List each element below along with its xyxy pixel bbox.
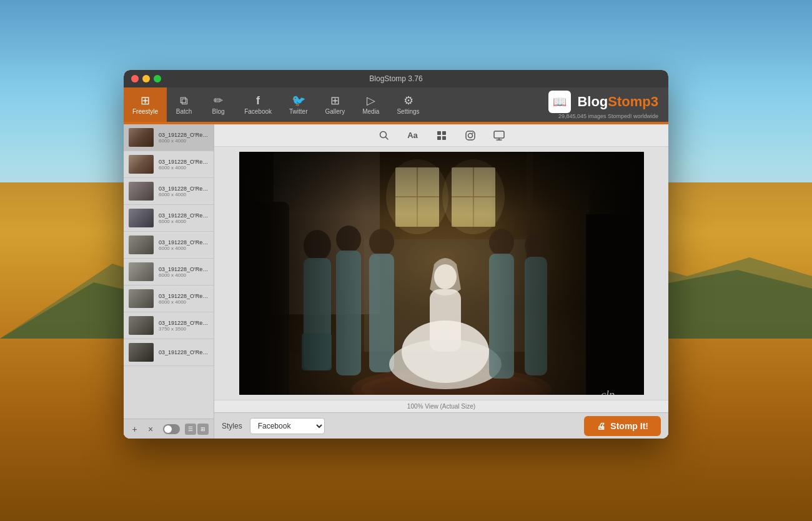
photo-size: 6000 x 4000	[159, 138, 209, 144]
window-title: BlogStomp 3.76	[369, 74, 422, 83]
photo-thumbnail	[129, 236, 154, 254]
styles-select[interactable]: Facebook Instagram Twitter Blog Custom	[250, 418, 325, 434]
logo-blog-text: Blog	[577, 94, 608, 109]
logo-badge: 📖	[548, 91, 571, 113]
photo-info: 03_191228_O'Reilly_... 6000 x 4000	[159, 132, 209, 144]
list-item[interactable]: 03_191228_O'Reilly_... 6000 x 4000	[124, 151, 214, 178]
blog-icon: ✏	[214, 95, 223, 106]
stomp-button-label: Stomp It!	[610, 421, 648, 431]
toolbar-item-batch[interactable]: ⧉ Batch	[167, 87, 201, 122]
logo-subtitle: 29,845,045 images Stomped! worldwide	[558, 113, 658, 119]
grid-tool[interactable]	[433, 127, 450, 144]
toolbar-item-twitter[interactable]: 🐦 Twitter	[280, 87, 316, 122]
fullscreen-button[interactable]	[154, 75, 161, 82]
list-item[interactable]: 03_191228_O'Reilly_... 6000 x 4000	[124, 178, 214, 205]
close-button[interactable]	[131, 75, 139, 82]
photo-thumbnail	[129, 262, 154, 281]
photo-name: 03_191228_O'Reilly_...	[159, 293, 209, 299]
list-item[interactable]: 03_191228_O'Reilly_... 6000 x 4000	[124, 285, 214, 312]
svg-line-3	[385, 137, 388, 139]
toolbar: ⊞ Freestyle ⧉ Batch ✏ Blog f Facebook 🐦 …	[124, 87, 668, 122]
photo-name: 03_191228_O'Reilly_...	[159, 239, 209, 246]
settings-icon: ⚙	[404, 95, 413, 106]
preview-area: Aa	[214, 124, 668, 439]
traffic-lights	[131, 75, 161, 82]
photo-thumbnail	[129, 316, 154, 335]
app-window: BlogStomp 3.76 ⊞ Freestyle ⧉ Batch ✏ Blo…	[124, 70, 668, 439]
preview-image-container: clp christinelynn.com	[214, 147, 668, 400]
photo-info: 03_191228_O'Reilly_... 6000 x 4000	[159, 266, 209, 278]
photo-name: 03_191228_O'Reilly_...	[159, 266, 209, 272]
wedding-scene-svg: clp christinelynn.com	[239, 152, 644, 395]
toolbar-item-blog[interactable]: ✏ Blog	[201, 87, 235, 122]
svg-point-60	[389, 339, 502, 389]
list-item[interactable]: 03_191228_O'Reilly_... 6000 x 4000	[124, 232, 214, 259]
toolbar-item-gallery[interactable]: ⊞ Gallery	[317, 87, 354, 122]
svg-rect-8	[466, 131, 475, 140]
list-item[interactable]: 03_191228_O'Reilly_... 6000 x 4000	[124, 205, 214, 232]
sidebar: 03_191228_O'Reilly_... 6000 x 4000 03_19…	[124, 124, 214, 439]
svg-text:clp: clp	[601, 389, 615, 395]
photo-thumbnail	[129, 182, 154, 201]
svg-rect-7	[442, 136, 446, 140]
photo-info: 03_191228_O'Reilly...	[159, 349, 209, 355]
photo-info: 03_191228_O'Reilly_... 3750 x 3500	[159, 320, 209, 332]
photo-size: 3750 x 3500	[159, 326, 209, 332]
batch-label: Batch	[176, 108, 192, 115]
toolbar-item-media[interactable]: ▷ Media	[354, 87, 388, 122]
photo-info: 03_191228_O'Reilly_... 6000 x 4000	[159, 293, 209, 305]
list-item[interactable]: 03_191228_O'Reilly_... 6000 x 4000	[124, 124, 214, 151]
logo-text: BlogStomp3	[577, 94, 658, 110]
preview-toolbar: Aa	[214, 124, 668, 147]
preview-image: clp christinelynn.com	[239, 152, 644, 395]
instagram-tool[interactable]	[462, 127, 479, 144]
photo-info: 03_191228_O'Reilly_... 6000 x 4000	[159, 239, 209, 251]
gallery-label: Gallery	[325, 108, 345, 115]
photo-size: 6000 x 4000	[159, 246, 209, 251]
photo-thumbnail	[129, 128, 154, 147]
styles-label: Styles	[222, 422, 242, 430]
photo-name: 03_191228_O'Reilly_...	[159, 212, 209, 219]
facebook-label: Facebook	[244, 108, 272, 115]
list-view-button[interactable]: ☰	[185, 424, 196, 435]
preview-label: 100% View (Actual Size)	[214, 400, 668, 412]
photo-thumbnail	[129, 343, 154, 362]
app-logo: 📖 BlogStomp3 29,845,045 images Stomped! …	[538, 87, 668, 122]
svg-point-10	[472, 132, 473, 134]
main-content: 03_191228_O'Reilly_... 6000 x 4000 03_19…	[124, 124, 668, 439]
photo-size: 6000 x 4000	[159, 219, 209, 224]
svg-rect-69	[239, 152, 644, 214]
add-photo-button[interactable]: +	[129, 423, 141, 435]
minimize-button[interactable]	[142, 75, 150, 82]
preview-label-text: 100% View (Actual Size)	[407, 403, 475, 410]
dark-mode-knob	[164, 425, 172, 433]
twitter-label: Twitter	[289, 108, 307, 115]
toolbar-item-freestyle[interactable]: ⊞ Freestyle	[124, 87, 167, 122]
toolbar-item-facebook[interactable]: f Facebook	[235, 87, 280, 122]
photo-thumbnail	[129, 289, 154, 308]
grid-view-button[interactable]: ⊞	[197, 424, 209, 435]
batch-icon: ⧉	[180, 95, 188, 106]
view-toggle: ☰ ⊞	[185, 424, 209, 435]
list-item[interactable]: 03_191228_O'Reilly_... 6000 x 4000	[124, 259, 214, 285]
photo-info: 03_191228_O'Reilly_... 6000 x 4000	[159, 186, 209, 197]
remove-photo-button[interactable]: ×	[144, 423, 156, 435]
svg-rect-6	[437, 136, 441, 140]
search-tool[interactable]	[375, 127, 393, 144]
list-item[interactable]: 03_191228_O'Reilly...	[124, 339, 214, 366]
text-tool-label: Aa	[407, 131, 418, 140]
media-icon: ▷	[367, 95, 375, 106]
monitor-tool[interactable]	[490, 127, 508, 144]
photo-thumbnail	[129, 209, 154, 227]
facebook-icon: f	[256, 95, 260, 106]
logo-badge-icon: 📖	[553, 95, 567, 109]
list-item[interactable]: 03_191228_O'Reilly_... 3750 x 3500	[124, 312, 214, 339]
photo-size: 6000 x 4000	[159, 165, 209, 171]
stomp-it-button[interactable]: 🖨 Stomp It!	[584, 416, 661, 436]
dark-mode-toggle[interactable]	[163, 424, 180, 434]
toolbar-item-settings[interactable]: ⚙ Settings	[388, 87, 428, 122]
photo-info: 03_191228_O'Reilly_... 6000 x 4000	[159, 212, 209, 224]
text-tool[interactable]: Aa	[404, 127, 422, 144]
photo-name: 03_191228_O'Reilly...	[159, 349, 209, 355]
photo-name: 03_191228_O'Reilly_...	[159, 320, 209, 326]
